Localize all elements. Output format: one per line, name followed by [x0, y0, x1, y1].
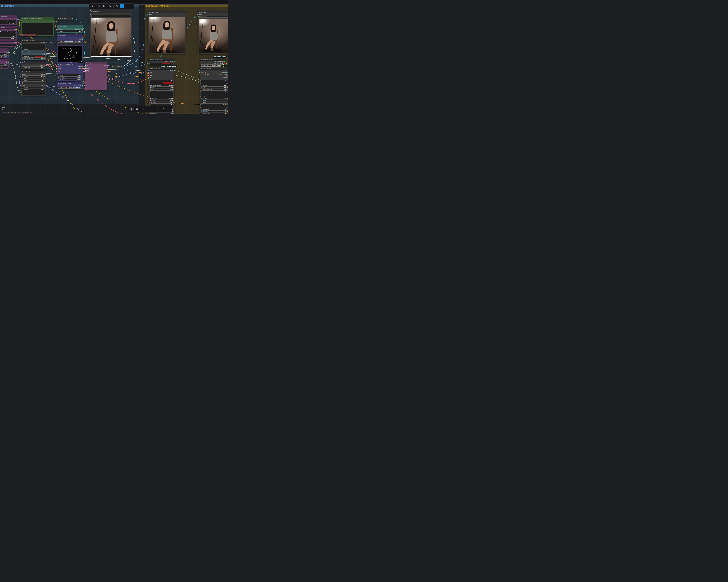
left-arrow-icon[interactable]: ◀ — [150, 100, 151, 101]
widget-pill[interactable]: ◀tile_width1024▶ — [149, 100, 174, 102]
widget-pill[interactable]: ◀mask_blur8▶ — [149, 104, 174, 106]
right-arrow-icon[interactable]: ▶ — [172, 91, 173, 92]
widget-pill[interactable]: ◀denoise0.22▶ — [201, 100, 228, 102]
node-load-upscale-model[interactable]: Load Upscale ModelUPSCALE_MODEL◀model_na… — [149, 58, 175, 65]
node-collapse-dot[interactable] — [201, 68, 202, 69]
right-arrow-icon[interactable]: ▶ — [172, 104, 173, 105]
left-arrow-icon[interactable]: ◀ — [22, 49, 23, 50]
left-arrow-icon[interactable]: ◀ — [58, 77, 59, 78]
widget-image[interactable]: ◀imageComfyUI_temp_igxpq_00001_.png▶ — [58, 41, 82, 43]
right-arrow-icon[interactable]: ▶ — [227, 111, 228, 112]
image-input-dot[interactable] — [148, 70, 149, 71]
node-header[interactable]: Load Upscale Model — [149, 58, 174, 60]
widget-pill[interactable]: ◀sampler_namedeis▶ — [149, 91, 174, 93]
detailer_pipe-input-dot[interactable] — [199, 72, 200, 73]
node-header[interactable] — [0, 49, 8, 51]
CLIP-output-dot[interactable] — [16, 29, 17, 30]
left-arrow-icon[interactable]: ◀ — [150, 102, 151, 103]
widget-noise_mask[interactable]: noise_maskenabled — [201, 104, 228, 106]
left-arrow-icon[interactable]: ◀ — [201, 102, 202, 103]
right-arrow-icon[interactable]: ▶ — [172, 93, 173, 94]
node-collapse-dot[interactable] — [149, 11, 150, 13]
widget-pill[interactable]: ◀sampler_namedeis▶ — [22, 66, 45, 68]
node-header[interactable]: SamplerCustomAdvanced — [85, 62, 107, 64]
CONDITIONING-output-dot[interactable] — [54, 21, 55, 22]
left-arrow-icon[interactable]: ◀ — [22, 87, 23, 88]
widget-cfg[interactable]: ◀cfg1.0▶ — [149, 89, 174, 90]
widget-input-dot[interactable] — [21, 45, 22, 46]
widget-pill[interactable]: ◀ae.safetensors▶ — [0, 44, 16, 46]
widget-tile_width[interactable]: ◀tile_width1024▶ — [149, 100, 174, 102]
left-arrow-icon[interactable]: ◀ — [201, 80, 202, 81]
IMAGE-output-dot[interactable] — [174, 70, 175, 71]
widget-pill[interactable]: height — [22, 93, 45, 95]
right-arrow-icon[interactable]: ▶ — [15, 45, 15, 46]
widget-sampler_name[interactable]: ◀sampler_namedeis▶ — [149, 91, 174, 93]
SAMPLER-output-dot[interactable] — [46, 65, 47, 66]
node-header[interactable]: on Model — [0, 15, 17, 18]
right-arrow-icon[interactable]: ▶ — [80, 41, 81, 42]
collapse-icon[interactable] — [108, 4, 112, 8]
left-arrow-icon[interactable]: ◀ — [201, 65, 202, 66]
negative-input-dot[interactable] — [56, 68, 57, 69]
widget-denoise[interactable]: ◀denoise0.20▶ — [149, 95, 174, 97]
images-input-dot[interactable] — [90, 13, 91, 15]
widget-pill[interactable]: ◀cfg1.0▶ — [201, 93, 228, 95]
SIGMAS-output-dot[interactable] — [46, 74, 47, 75]
node-vae-decode[interactable]: VAE Decode — [111, 65, 123, 68]
widget-value[interactable]: ◀t5xxl_fp8_e4m3fn.safetensors▶ — [0, 31, 16, 33]
right-arrow-icon[interactable]: ▶ — [15, 21, 15, 22]
node-header[interactable]: CLIP Text Encode (Ne — [21, 34, 36, 36]
node-collapse-dot[interactable] — [22, 51, 23, 52]
node-face-detailer-pipe[interactable]: FaceDetailer (pipe)imageimagedetailer_pi… — [200, 67, 228, 114]
play-icon[interactable] — [120, 4, 124, 8]
zoom-level[interactable]: 61% — [148, 108, 152, 110]
node-basic-guider[interactable]: BasicGuider — [57, 17, 74, 20]
widget-scheduler[interactable]: ◀schedulerbeta▶ — [149, 93, 174, 95]
scheduler_func_opt-input-dot[interactable] — [199, 74, 200, 75]
right-arrow-icon[interactable]: ▶ — [172, 102, 173, 103]
right-arrow-icon[interactable]: ▶ — [227, 87, 228, 88]
widget-max_size[interactable]: ◀max_size1024▶ — [201, 84, 228, 86]
widget-pill[interactable]: choose file to upload — [58, 43, 82, 45]
widget-pill[interactable]: width — [22, 44, 45, 46]
upscale_model-input-dot[interactable] — [148, 78, 149, 79]
right-arrow-icon[interactable]: ▶ — [172, 95, 173, 96]
widget-bbox_crop_factor[interactable]: ◀bbox_crop_factor3.0▶ — [201, 113, 228, 114]
widget-value[interactable]: ◀ge … fixed▶ — [0, 55, 8, 57]
collapse-input-dot[interactable] — [112, 66, 113, 67]
widget-control after generate[interactable]: ◀control after generatefixed▶ — [149, 84, 174, 86]
widget-pill[interactable]: ◀start_percent0.000▶ — [58, 76, 82, 78]
widget-pill[interactable]: ◀noise_seed▶ — [22, 55, 45, 57]
widget-pill[interactable]: ◀steps25▶ — [22, 78, 45, 79]
positive-input-dot[interactable] — [148, 74, 149, 75]
node-header[interactable]: ModelSamplingFlux — [21, 82, 46, 84]
right-arrow-icon[interactable]: ▶ — [44, 58, 45, 59]
left-arrow-icon[interactable]: ◀ — [201, 87, 202, 88]
widget-base_shift[interactable]: ◀base_shift0.50▶ — [22, 89, 45, 91]
node-header[interactable]: CLIP Text Encode (Positive Prompt) — [21, 17, 54, 20]
left-arrow-icon[interactable]: ◀ — [201, 113, 202, 114]
LATENT-output-dot[interactable] — [46, 42, 47, 44]
widget-pill[interactable]: ◀schedulerbeta▶ — [149, 93, 174, 95]
right-arrow-icon[interactable]: ▶ — [6, 66, 7, 67]
INT-output-dot[interactable] — [8, 52, 9, 53]
widget-steps[interactable]: ◀steps22▶ — [149, 86, 174, 88]
widget-noise_seed[interactable]: ◀noise_seed▶ — [22, 55, 45, 57]
right-arrow-icon[interactable]: ▶ — [44, 89, 45, 90]
node-collapse-dot[interactable] — [150, 59, 151, 60]
node-basic-scheduler[interactable]: BasicSchedulermodelSIGMAS◀schedulerbeta▶… — [21, 71, 46, 83]
kebab-menu-icon[interactable] — [126, 4, 128, 8]
widget-pill[interactable]: ◀denoise1.00▶ — [22, 80, 45, 82]
right-arrow-icon[interactable]: ▶ — [80, 31, 81, 32]
node-apply-controlnet[interactable]: Apply Controlnet with VAEpositivepositiv… — [57, 63, 83, 81]
node-vae-loader[interactable]: VAE◀ae.safetensors▶ — [0, 39, 17, 47]
right-arrow-icon[interactable]: ▶ — [6, 54, 7, 55]
widget-pill[interactable]: ◀cfg1.0▶ — [149, 89, 174, 90]
right-arrow-icon[interactable]: ▶ — [227, 109, 228, 110]
model-input-dot[interactable] — [20, 85, 21, 86]
widget-pill[interactable]: force_inpaintenabled — [201, 106, 228, 108]
widget-pill[interactable]: ◀max_shift1.15▶ — [22, 87, 45, 88]
widget-pill[interactable]: ◀schedulerbeta▶ — [22, 75, 45, 77]
widget-steps[interactable]: ◀steps20▶ — [201, 91, 228, 93]
